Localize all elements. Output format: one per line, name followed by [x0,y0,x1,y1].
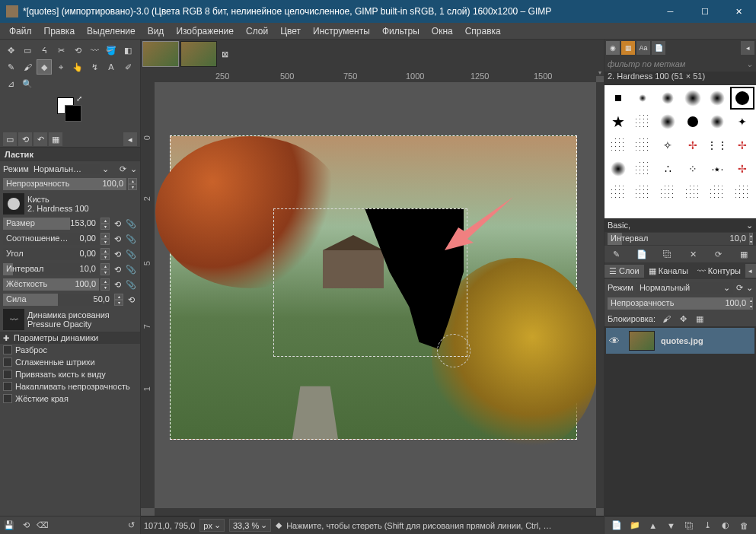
zoom-combo[interactable]: 33,3 % ⌄ [229,519,271,532]
reset-tool-icon[interactable]: ↺ [125,520,137,532]
merge-down-icon[interactable]: ⤓ [701,520,713,532]
layers-tab[interactable]: ☰Слои [604,265,644,278]
minimize-button[interactable]: ─ [653,0,687,23]
brushes-tab[interactable]: ◉ [606,41,620,55]
brush-item[interactable] [706,181,730,204]
gradient-tool[interactable]: ◧ [120,43,136,58]
brush-item[interactable] [656,181,680,204]
hard-edge-checkbox[interactable] [3,394,12,403]
brush-item[interactable] [730,181,754,204]
brush-item[interactable]: ✧ [656,134,680,157]
vertical-ruler[interactable]: 0 2 5 7 1 [141,82,155,508]
clone-tool[interactable]: ⌖ [53,59,69,75]
layer-down-icon[interactable]: ▼ [665,520,678,532]
transform-tool[interactable]: ⟲ [70,43,85,58]
brush-item[interactable] [631,87,656,110]
layer-item[interactable]: 👁 quotes.jpg [606,328,754,354]
brush-item[interactable]: ★ [606,110,630,133]
scatter-checkbox[interactable] [3,345,12,354]
color-picker-tool[interactable]: ✐ [120,59,136,75]
maximize-button[interactable]: ☐ [687,0,722,23]
aspect-reset-icon[interactable]: ⟲ [111,233,123,245]
brush-item[interactable] [606,87,630,110]
brush-item[interactable] [606,157,630,180]
brush-item[interactable] [631,181,656,204]
layer-group-icon[interactable]: 📁 [629,520,641,532]
dock-menu-icon[interactable]: ◂ [745,264,756,278]
spinner-down[interactable]: ▾ [128,184,137,190]
brush-item[interactable] [631,157,656,180]
lock-brush-checkbox[interactable] [3,370,12,379]
new-brush-icon[interactable]: 📄 [636,248,648,260]
layer-up-icon[interactable]: ▲ [647,520,659,532]
warp-tool[interactable]: 〰 [87,43,102,58]
edit-brush-icon[interactable]: ✎ [611,248,623,260]
chevron-down-icon[interactable]: ⌄ [102,164,109,174]
layer-opacity-slider[interactable]: Непрозрачность 100,0 [608,297,749,310]
chevron-down-icon[interactable]: ⌄ [130,164,137,174]
brush-item[interactable] [681,110,705,133]
size-link-icon[interactable]: 📎 [125,218,137,230]
brush-item[interactable]: ✢ [730,157,754,180]
menu-layer[interactable]: Слой [240,24,274,38]
angle-slider[interactable]: Угол 0,00 [3,248,99,260]
horizontal-scrollbar[interactable] [155,508,596,516]
horizontal-ruler[interactable]: 250 500 750 1000 1250 1500 [155,68,596,82]
brush-item[interactable] [656,110,680,133]
brush-item[interactable]: ⋮⋮ [706,134,730,157]
delete-layer-icon[interactable]: 🗑 [738,520,750,532]
mode-reset-icon[interactable]: ⟳ [116,163,129,175]
delete-preset-icon[interactable]: ⌫ [37,520,49,532]
visibility-icon[interactable]: 👁 [609,335,623,347]
dynamics-params-expander[interactable]: ✚ Параметры динамики [0,332,140,344]
lock-position-icon[interactable]: ✥ [677,313,689,325]
brush-preview[interactable] [3,193,24,215]
force-slider[interactable]: Сила 50,0 [3,294,113,306]
layer-mode-combo[interactable]: Нормальный ⌄ [636,282,733,294]
layer-name-label[interactable]: quotes.jpg [661,336,703,345]
menu-filters[interactable]: Фильтры [376,24,426,38]
opacity-slider[interactable]: Непрозрачность 100,0 [3,178,126,190]
aspect-slider[interactable]: Соотношение… 0,00 [3,233,99,245]
hardness-link-icon[interactable]: 📎 [125,278,137,291]
spinner-up[interactable]: ▴ [128,178,137,184]
duplicate-brush-icon[interactable]: ⿻ [662,248,674,260]
zoom-tool[interactable]: 🔍 [20,76,35,91]
unit-combo[interactable]: px ⌄ [199,519,225,532]
chevron-down-icon[interactable]: ⌄ [746,283,753,293]
image-tab-2[interactable] [180,41,217,67]
swap-colors-icon[interactable]: ⤢ [76,94,82,103]
bucket-tool[interactable]: 🪣 [104,43,119,58]
lock-alpha-icon[interactable]: ▦ [694,313,706,325]
delete-brush-icon[interactable]: ✕ [687,248,699,260]
undo-history-tab[interactable]: ↶ [33,132,47,146]
open-brush-icon[interactable]: ▦ [738,248,750,260]
brush-item[interactable]: ·٭· [706,157,730,180]
hardness-slider[interactable]: Жёсткость 100,0 [3,278,99,291]
brush-item[interactable]: ∴ [656,157,680,180]
pencil-tool[interactable]: ✎ [3,59,18,75]
aspect-link-icon[interactable]: 📎 [125,233,137,245]
history-tab[interactable]: 📄 [652,41,665,55]
refresh-brush-icon[interactable]: ⟳ [713,248,725,260]
tab-menu-icon[interactable]: ◂ [123,132,137,146]
brush-item[interactable]: ⁘ [681,157,705,180]
force-reset-icon[interactable]: ⟲ [125,294,137,306]
brush-spacing-slider[interactable]: Интервал 10,0 [608,233,749,245]
restore-preset-icon[interactable]: ⟲ [20,520,32,532]
close-button[interactable]: ✕ [722,0,756,23]
dock-menu-icon[interactable]: ◂ [741,41,754,55]
text-tool[interactable]: A [104,59,119,75]
brush-preset-combo[interactable]: Basic, ⌄ [604,218,756,232]
menu-image[interactable]: Изображение [170,24,240,38]
vertical-scrollbar[interactable] [596,82,604,508]
smudge-tool[interactable]: 👆 [70,59,85,75]
accumulate-checkbox[interactable] [3,382,12,391]
background-color[interactable] [65,105,81,122]
brush-item[interactable]: ✢ [681,134,705,157]
dynamics-preview[interactable]: 〰 [3,309,24,330]
menu-help[interactable]: Справка [459,24,507,38]
spacing-slider[interactable]: Интервал 10,0 [3,263,99,275]
size-slider[interactable]: Размер 153,00 [3,218,99,230]
brush-tool[interactable]: 🖌 [20,59,35,75]
